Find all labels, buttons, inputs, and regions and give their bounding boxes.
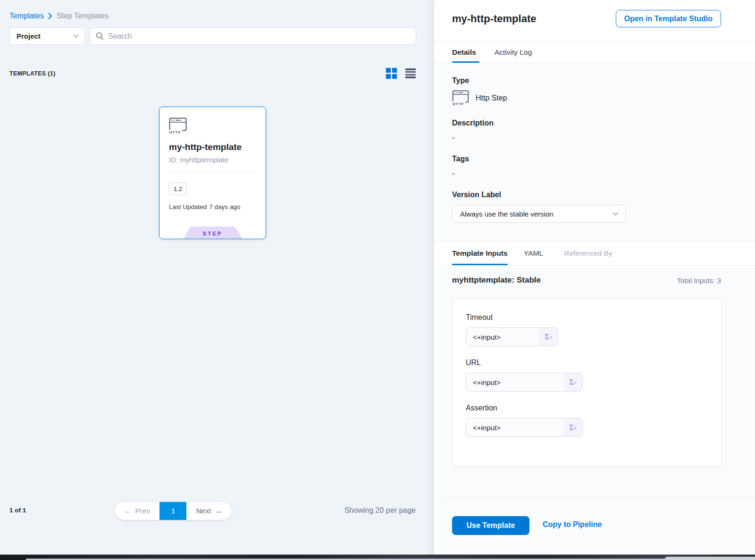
type-label: Type — [452, 76, 755, 85]
templates-header: TEMPLATES (1) — [9, 68, 416, 79]
prev-arrow-icon: ← — [124, 507, 132, 515]
last-updated: Last Updated 7 days ago — [169, 203, 256, 210]
inputs-card: Timeout <+input> Σx URL <+input> Σx Asse… — [452, 299, 721, 467]
scope-select-value: Project — [17, 32, 41, 40]
total-inputs-label: Total Inputs: 3 — [677, 276, 721, 284]
version-select-value: Always use the stable version — [460, 210, 554, 218]
breadcrumb-current: Step Templates — [57, 12, 109, 20]
template-card-title: my-http-template — [169, 142, 256, 152]
search-input[interactable] — [108, 32, 410, 41]
scope-select[interactable]: Project — [9, 27, 85, 45]
http-step-icon: HTTP — [452, 90, 470, 106]
url-input[interactable]: <+input> Σx — [466, 373, 583, 392]
template-list-panel: Templates Step Templates Project TEMPLAT — [0, 0, 434, 560]
page-1-button[interactable]: 1 — [159, 502, 186, 520]
prev-page-button[interactable]: ← Prev — [115, 502, 159, 520]
breadcrumb: Templates Step Templates — [9, 12, 109, 20]
version-select[interactable]: Always use the stable version — [452, 205, 626, 223]
active-tab-underline — [452, 61, 479, 63]
breadcrumb-templates-link[interactable]: Templates — [9, 12, 44, 20]
input-group-url: URL <+input> Σx — [466, 359, 708, 392]
tab-template-inputs[interactable]: Template Inputs — [452, 242, 508, 265]
active-tab-underline — [452, 264, 508, 265]
page-title: my-http-template — [452, 13, 536, 25]
template-details-panel: my-http-template Open in Template Studio… — [434, 0, 755, 560]
version-label: Version Label — [452, 191, 755, 199]
search-field — [90, 27, 416, 45]
url-label: URL — [466, 359, 708, 367]
http-step-icon: HTTP — [169, 117, 188, 134]
card-divider — [169, 172, 256, 173]
tab-activity-log[interactable]: Activity Log — [495, 42, 532, 63]
chevron-down-icon — [612, 212, 619, 216]
inputs-heading: myhttptemplate: Stable — [452, 276, 541, 285]
chevron-down-icon — [73, 34, 79, 38]
grid-view-icon[interactable] — [386, 68, 397, 79]
templates-count-label: TEMPLATES (1) — [9, 70, 55, 77]
details-tabs: Details Activity Log — [434, 42, 755, 63]
template-inputs-section: myhttptemplate: Stable Total Inputs: 3 T… — [440, 266, 755, 497]
details-footer: Use Template Copy to Pipeline — [440, 497, 755, 555]
next-page-button[interactable]: Next → — [186, 502, 231, 520]
expression-icon[interactable]: Σx — [563, 373, 582, 391]
input-group-assertion: Assertion <+input> Σx — [466, 404, 708, 437]
next-arrow-icon: → — [215, 507, 222, 515]
type-value: Http Step — [476, 94, 507, 102]
breadcrumb-chevron-icon — [48, 13, 52, 19]
open-template-studio-button[interactable]: Open in Template Studio — [616, 10, 721, 27]
assertion-label: Assertion — [466, 404, 708, 412]
timeout-input[interactable]: <+input> Σx — [466, 327, 558, 346]
timeout-label: Timeout — [466, 313, 708, 322]
tab-yaml[interactable]: YAML — [524, 242, 543, 265]
version-badge: 1.2 — [169, 183, 187, 195]
copy-to-pipeline-link[interactable]: Copy to Pipeline — [543, 520, 602, 529]
per-page-label: Showing 20 per page — [344, 506, 416, 515]
assertion-input[interactable]: <+input> Σx — [466, 418, 583, 437]
description-value: - — [452, 134, 755, 142]
details-section: Type HTTP Http Step Description - Tags — [440, 64, 755, 241]
pagination: ← Prev 1 Next → — [115, 502, 232, 520]
http-icon-label: HTTP — [169, 130, 182, 134]
templates-page: Templates Step Templates Project TEMPLAT — [0, 0, 755, 560]
expression-icon[interactable]: Σx — [539, 328, 558, 346]
tab-details[interactable]: Details — [452, 42, 476, 63]
description-label: Description — [452, 119, 755, 127]
tags-label: Tags — [452, 155, 755, 163]
template-content-tabs: Template Inputs YAML Referenced By — [434, 241, 755, 266]
template-card[interactable]: HTTP my-http-template ID: myhttptemplate… — [159, 107, 266, 239]
template-card-id: ID: myhttptemplate — [169, 156, 256, 164]
step-type-badge: STEP — [182, 226, 244, 239]
search-icon — [96, 32, 104, 40]
list-view-icon[interactable] — [405, 68, 416, 78]
tags-value: - — [452, 169, 755, 178]
use-template-button[interactable]: Use Template — [452, 516, 529, 535]
desktop-edge — [0, 554, 755, 560]
filter-row: Project — [9, 27, 416, 45]
http-icon-label: HTTP — [452, 101, 465, 106]
input-group-timeout: Timeout <+input> Σx — [466, 313, 708, 346]
expression-icon[interactable]: Σx — [563, 418, 582, 436]
page-count: 1 of 1 — [9, 507, 26, 514]
tab-referenced-by[interactable]: Referenced By — [564, 242, 612, 265]
details-header: my-http-template Open in Template Studio — [434, 0, 755, 41]
